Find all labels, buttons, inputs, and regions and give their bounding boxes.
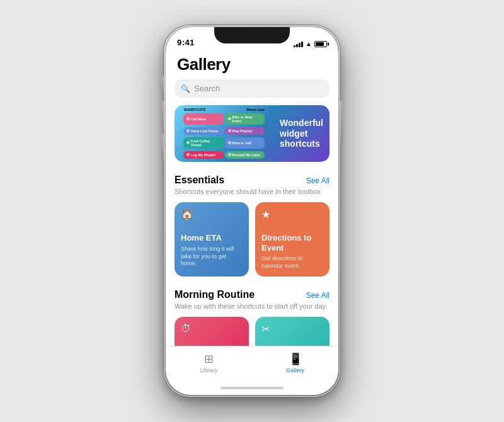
essentials-see-all[interactable]: See All (306, 176, 329, 185)
page-title: Gallery (166, 50, 338, 79)
essentials-title: Essentials (175, 174, 224, 186)
directions-icon: ★ (261, 208, 323, 220)
home-eta-desc: Share how long it will take for you to g… (181, 246, 243, 268)
essentials-subtitle: Shortcuts everyone should have in their … (166, 187, 338, 202)
directions-desc: Get directions to calendar event. (261, 255, 323, 270)
battery-icon (314, 41, 327, 47)
essentials-header: Essentials See All (166, 172, 338, 187)
tab-bar: ⊞ Library 📱 Gallery (166, 346, 338, 381)
timer-icon: ⏱ (181, 323, 243, 334)
notch (214, 27, 290, 43)
search-placeholder: Search (194, 84, 220, 93)
morning-header: Morning Routine See All (166, 287, 338, 302)
library-label: Library (200, 367, 218, 374)
morning-see-all[interactable]: See All (306, 291, 329, 300)
shortcut-call-mom: Call Mom (183, 113, 224, 125)
featured-text: Wonderful widget shortcuts (280, 118, 323, 149)
featured-card[interactable]: SHORTCUTS Show Less Call Mom Bike to Nex… (175, 105, 329, 162)
shortcut-note: Note to Self (225, 137, 265, 149)
home-icon: 🏠 (181, 208, 243, 220)
home-eta-title: Home ETA (181, 233, 243, 243)
phone-screen: 9:41 ▲ Gallery (166, 27, 338, 395)
shortcut-weight: Log My Weight (183, 151, 224, 159)
scroll-content[interactable]: Gallery 🔍 Search SHORTCUTS Show Less (166, 50, 338, 346)
tab-gallery[interactable]: 📱 Gallery (252, 352, 338, 374)
home-bar (220, 387, 284, 389)
volume-up-button (161, 101, 164, 127)
shortcut-send-photo: Send Last Photo (183, 127, 224, 135)
home-eta-card[interactable]: 🏠 Home ETA Share how long it will take f… (175, 202, 249, 277)
directions-title: Directions to Event (261, 233, 323, 253)
shortcut-coffee: Find Coffee Shops (183, 137, 224, 149)
featured-card-left: SHORTCUTS Show Less Call Mom Bike to Nex… (175, 105, 273, 162)
volume-down-button (161, 134, 164, 160)
morning-subtitle: Wake up with these shortcuts to start of… (166, 302, 338, 317)
status-time: 9:41 (177, 38, 195, 47)
wifi-icon: ▲ (306, 40, 312, 47)
shortcuts-card[interactable]: ✂ (255, 317, 329, 346)
tab-library[interactable]: ⊞ Library (166, 352, 252, 374)
library-icon: ⊞ (204, 352, 214, 366)
morning-cards: ⏱ ✂ (166, 317, 338, 346)
search-icon: 🔍 (181, 84, 190, 93)
shortcut-remind: Remind Me Later (225, 151, 265, 159)
signal-icon (294, 41, 303, 47)
phone-inner: 9:41 ▲ Gallery (166, 27, 338, 395)
power-button (340, 101, 343, 145)
scissors-icon: ✂ (261, 323, 323, 335)
timer-card[interactable]: ⏱ (175, 317, 249, 346)
shortcuts-mini-action: Show Less (246, 108, 265, 111)
essentials-cards: 🏠 Home ETA Share how long it will take f… (166, 202, 338, 287)
home-indicator (166, 381, 338, 395)
shortcut-bike: Bike to Next Event (225, 113, 265, 125)
shortcuts-mini-title: SHORTCUTS (184, 108, 205, 111)
featured-card-right: Wonderful widget shortcuts (273, 113, 329, 154)
status-icons: ▲ (294, 40, 327, 47)
morning-title: Morning Routine (175, 289, 255, 300)
shortcut-playlist: Play Playlist (225, 127, 265, 135)
gallery-label: Gallery (286, 367, 304, 374)
silent-button (161, 76, 164, 93)
phone-frame: 9:41 ▲ Gallery (164, 25, 340, 397)
directions-card[interactable]: ★ Directions to Event Get directions to … (255, 202, 329, 277)
search-bar[interactable]: 🔍 Search (175, 79, 329, 98)
gallery-icon: 📱 (289, 352, 302, 366)
